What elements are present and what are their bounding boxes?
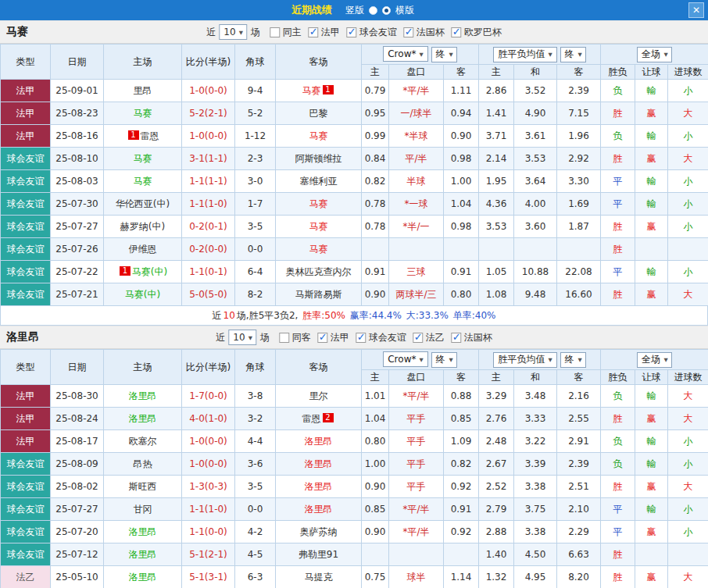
col-header-result-wdl: 胜负 [601,65,635,80]
recent-count-select[interactable]: 10 [219,24,247,40]
cell-odds-away: 0.82 [444,453,479,476]
cell-date: 25-05-10 [51,566,104,588]
avg-group-header: 胜平负均值终 [479,350,601,370]
cell-avg-home: 2.52 [479,476,514,498]
bookmaker-select[interactable]: Crow* [383,351,427,367]
filter-checkbox[interactable] [452,27,462,37]
avg-stage-select[interactable]: 终 [560,47,586,62]
cell-date: 25-08-24 [51,408,104,430]
avg-stage-select[interactable]: 终 [560,352,586,368]
col-header-odds-away: 客 [444,65,479,80]
scope-select[interactable]: 全场 [637,47,672,62]
filter-checkbox[interactable] [309,27,319,37]
cell-home-team: 伊维恩 [104,238,182,261]
section-bar-lorient: 洛里昂 近 10 场 同客法甲球会友谊法乙法国杯 [0,326,708,349]
cell-result-wdl: 平 [601,193,635,216]
summary-segment: 场,胜5平3负2, [237,310,301,321]
cell-result-handicap: 輸 [635,385,668,408]
cell-handicap: *平/半 [389,385,444,408]
col-header-odds-home: 主 [362,65,389,80]
avg-type-select[interactable]: 胜平负均值 [493,47,556,62]
cell-result-handicap: 赢 [635,148,668,170]
cell-corner: 6-4 [235,261,276,283]
col-header-corner: 角球 [235,350,276,385]
cell-home-team: 洛里昂 [104,543,182,566]
col-header-avg-draw: 和 [514,370,557,385]
cell-score: 1-1(1-0) [182,193,235,216]
cell-odds-away: 0.92 [444,521,479,543]
cell-score: 3-1(1-1) [182,148,235,170]
league-filter-group: 同客法甲球会友谊法乙法国杯 [273,331,492,344]
mode-horizontal-label[interactable]: 横版 [395,4,414,17]
col-header-away: 客场 [276,350,362,385]
cell-avg-away: 2.55 [557,408,601,430]
avg-type-select[interactable]: 胜平负均值 [493,352,556,368]
cell-result-goals: 大 [668,102,708,125]
cell-odds-away: 0.94 [444,102,479,125]
cell-score: 0-2(0-1) [182,216,235,238]
cell-result-handicap [635,543,668,566]
table-row: 球会友谊25-07-30华伦西亚(中)1-1(1-0)1-7马赛0.78*一球1… [1,193,708,216]
cell-odds-away: 0.90 [444,125,479,148]
cell-corner: 2-3 [235,148,276,170]
mode-vertical-label[interactable]: 竖版 [345,4,364,17]
cell-away-team: 马赛 [276,238,362,261]
cell-odds-away [444,543,479,566]
red-card-badge: 2 [323,413,334,422]
odds-stage-select[interactable]: 终 [431,47,457,62]
table-row: 球会友谊25-07-12洛里昂5-1(2-1)4-5弗勒里911.404.506… [1,543,708,566]
team-name-text: 奥林匹克查内尔 [286,266,352,277]
cell-score: 1-1(0-1) [182,261,235,283]
filter-item: 法国杯 [404,26,445,39]
cell-away-team: 塞维利亚 [276,170,362,193]
team-name-text: 洛里昂 [129,549,157,560]
cell-result-handicap: 輸 [635,430,668,453]
team-name-text: 洛里昂 [129,572,157,583]
cell-odds-away [444,238,479,261]
results-table-marseille: 类型 日期 主场 比分(半场) 角球 客场 Crow*终 胜平负均值终 全场 主… [0,44,708,306]
filter-checkbox[interactable] [413,333,424,343]
filter-checkbox[interactable] [347,27,357,37]
filter-checkbox[interactable] [452,333,462,343]
cell-handicap: *半/一 [389,216,444,238]
filter-checkbox[interactable] [270,27,281,37]
avg-type-value: 胜平负均值 [498,353,545,366]
odds-stage-select[interactable]: 终 [431,352,457,368]
filter-checkbox[interactable] [318,333,328,343]
team-name-text: 马赛 [309,198,328,209]
close-button[interactable]: ✕ [688,2,704,18]
cell-odds-home: 1.01 [362,385,389,408]
league-filter-group: 同主法甲球会友谊法国杯欧罗巴杯 [263,26,502,39]
cell-match-type: 球会友谊 [1,283,51,306]
filter-bar: 近 10 场 同主法甲球会友谊法国杯欧罗巴杯 [205,24,502,40]
recent-count-select[interactable]: 10 [228,330,256,345]
team-name-text: 甘冈 [134,504,152,515]
red-card-badge: 1 [323,85,334,94]
table-row: 法甲25-08-30洛里昂1-7(0-0)3-8里尔1.01*平/半0.883.… [1,385,708,408]
filter-label: 法甲 [331,331,349,344]
mode-vertical-radio[interactable] [369,6,377,15]
mode-horizontal-radio[interactable] [382,6,391,15]
bookmaker-select[interactable]: Crow* [383,46,427,62]
cell-date: 25-08-23 [51,102,104,125]
cell-avg-draw: 3.33 [514,408,557,430]
cell-corner: 9-4 [235,80,276,102]
cell-result-goals [668,543,708,566]
cell-result-goals: 小 [668,498,708,521]
filter-checkbox[interactable] [404,27,414,37]
filter-checkbox[interactable] [356,333,367,343]
team-name-text: 赫罗纳(中) [120,221,165,232]
cell-handicap: *平/半 [389,80,444,102]
cell-match-type: 法甲 [1,125,51,148]
cell-result-wdl: 负 [601,80,635,102]
cell-corner: 3-5 [235,216,276,238]
cell-result-goals: 大 [668,476,708,498]
scope-select[interactable]: 全场 [637,352,672,368]
cell-odds-away: 1.14 [444,566,479,588]
cell-result-handicap: 輸 [635,193,668,216]
cell-avg-draw: 4.95 [514,566,557,588]
cell-avg-draw: 4.90 [514,102,557,125]
filter-checkbox[interactable] [280,333,290,343]
col-header-result-handicap: 让球 [635,65,668,80]
team-name-text: 雷恩 [141,130,159,141]
